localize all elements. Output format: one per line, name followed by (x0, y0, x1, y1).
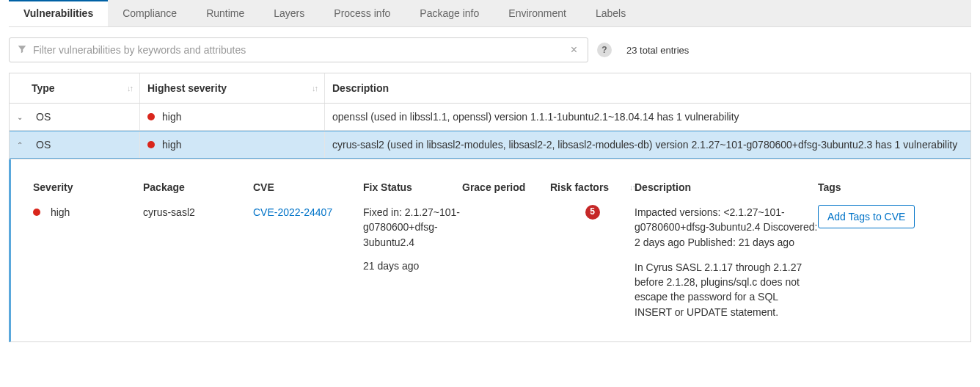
sort-icon: ↓↑ (312, 84, 317, 93)
tab-package-info[interactable]: Package info (405, 0, 494, 26)
col-highest-severity-label: Highest severity (147, 82, 227, 94)
cell-description: cyrus-sasl2 (used in libsasl2-modules, l… (325, 131, 970, 158)
detail-col-tags: Tags Add Tags to CVE (818, 181, 921, 319)
detail-col-cve: CVE CVE-2022-24407 (253, 181, 363, 319)
detail-col-risk-factors: Risk factors ↓↑ 5 (550, 181, 635, 319)
total-entries-label: 23 total entries (626, 45, 689, 56)
detail-header-risk-factors: Risk factors ↓↑ (550, 181, 635, 193)
tabs-bar: Vulnerabilities Compliance Runtime Layer… (9, 0, 971, 27)
detail-header-description: Description (635, 181, 818, 193)
severity-text: high (51, 206, 70, 218)
detail-description-block1: Impacted versions: <2.1.27~101-g0780600+… (635, 205, 818, 250)
detail-header-cve: CVE (253, 181, 363, 193)
col-type-label: Type (32, 82, 55, 94)
cell-severity: high (140, 131, 325, 158)
detail-fix-status-value: Fixed in: 2.1.27~101-g0780600+dfsg-3ubun… (363, 205, 462, 250)
chevron-right-icon: ⌄ (17, 113, 23, 121)
grid-header: Type ↓↑ Highest severity ↓↑ Description (10, 73, 970, 104)
table-row[interactable]: ⌃ OS high cyrus-sasl2 (used in libsasl2-… (10, 131, 970, 159)
tab-compliance[interactable]: Compliance (108, 0, 191, 26)
cve-link[interactable]: CVE-2022-24407 (253, 206, 332, 218)
description-value: openssl (used in libssl1.1, openssl) ver… (332, 111, 739, 123)
detail-header-package: Package (143, 181, 253, 193)
detail-header-severity: Severity (33, 181, 143, 193)
detail-severity-value: high (33, 205, 143, 220)
detail-description-block2: In Cyrus SASL 2.1.17 through 2.1.27 befo… (635, 260, 818, 319)
detail-header-tags: Tags (818, 181, 921, 193)
tab-process-info[interactable]: Process info (319, 0, 405, 26)
detail-col-fix-status: Fix Status Fixed in: 2.1.27~101-g0780600… (363, 181, 462, 319)
detail-package-value: cyrus-sasl2 (143, 205, 253, 220)
cell-type: OS (32, 131, 140, 158)
severity-dot-icon (147, 141, 155, 148)
risk-factors-label: Risk factors (550, 181, 609, 193)
detail-col-package: Package cyrus-sasl2 (143, 181, 253, 319)
col-description[interactable]: Description (325, 73, 970, 103)
col-expander (10, 73, 32, 103)
tab-runtime[interactable]: Runtime (191, 0, 259, 26)
description-value: cyrus-sasl2 (used in libsasl2-modules, l… (332, 139, 957, 151)
detail-col-grace-period: Grace period (462, 181, 550, 319)
severity-value: high (162, 139, 181, 151)
toolbar: × ? 23 total entries (0, 27, 980, 73)
vulnerability-detail-panel: Severity high Package cyrus-sasl2 CVE CV… (9, 159, 971, 342)
expander-cell[interactable]: ⌃ (10, 131, 32, 158)
tab-labels[interactable]: Labels (581, 0, 640, 26)
type-value: OS (36, 139, 51, 151)
help-icon[interactable]: ? (597, 43, 612, 57)
sort-icon: ↓↑ (629, 183, 635, 192)
cell-severity: high (140, 104, 325, 130)
chevron-down-icon: ⌃ (17, 141, 23, 149)
severity-dot-icon (33, 209, 40, 216)
detail-col-description: Description Impacted versions: <2.1.27~1… (635, 181, 818, 319)
severity-dot-icon (147, 113, 155, 120)
type-value: OS (36, 111, 51, 123)
clear-filter-icon[interactable]: × (568, 43, 580, 57)
filter-icon (17, 44, 27, 57)
tab-layers[interactable]: Layers (259, 0, 319, 26)
detail-header-grace-period: Grace period (462, 181, 550, 193)
detail-risk-factors-value: 5 (550, 205, 635, 220)
detail-header-fix-status: Fix Status (363, 181, 462, 193)
table-row[interactable]: ⌄ OS high openssl (used in libssl1.1, op… (10, 104, 970, 131)
detail-fix-status-age: 21 days ago (363, 258, 462, 273)
risk-factors-badge[interactable]: 5 (585, 205, 600, 220)
col-highest-severity[interactable]: Highest severity ↓↑ (140, 73, 325, 103)
add-tags-button[interactable]: Add Tags to CVE (818, 205, 915, 228)
vulnerabilities-grid: Type ↓↑ Highest severity ↓↑ Description … (9, 73, 971, 159)
cell-description: openssl (used in libssl1.1, openssl) ver… (325, 104, 970, 130)
tab-environment[interactable]: Environment (494, 0, 581, 26)
tab-vulnerabilities[interactable]: Vulnerabilities (9, 0, 108, 26)
col-type[interactable]: Type ↓↑ (32, 73, 140, 103)
severity-value: high (162, 111, 181, 123)
col-description-label: Description (332, 82, 389, 94)
expander-cell[interactable]: ⌄ (10, 104, 32, 130)
detail-col-severity: Severity high (33, 181, 143, 319)
filter-input-wrap[interactable]: × (9, 37, 588, 62)
cell-type: OS (32, 104, 140, 130)
sort-icon: ↓↑ (127, 84, 132, 93)
filter-input[interactable] (33, 44, 568, 56)
